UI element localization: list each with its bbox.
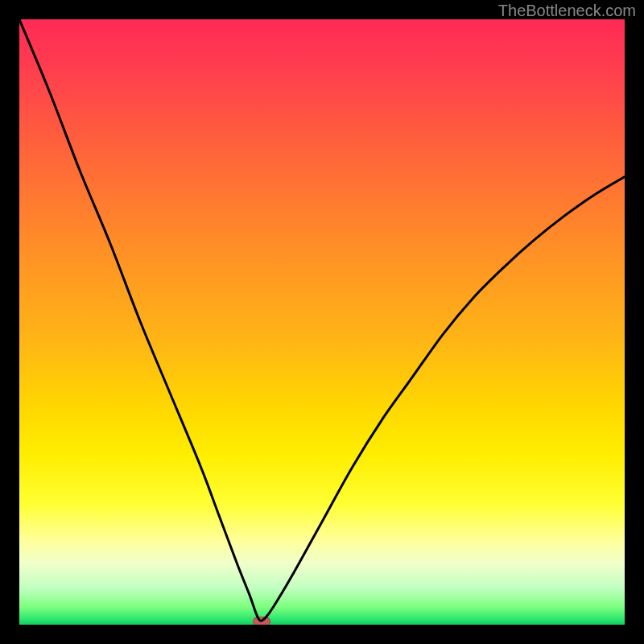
- bottleneck-curve: [19, 19, 625, 625]
- plot-area: [19, 19, 625, 625]
- watermark-text: TheBottleneck.com: [498, 2, 636, 20]
- chart-frame: TheBottleneck.com: [0, 0, 644, 644]
